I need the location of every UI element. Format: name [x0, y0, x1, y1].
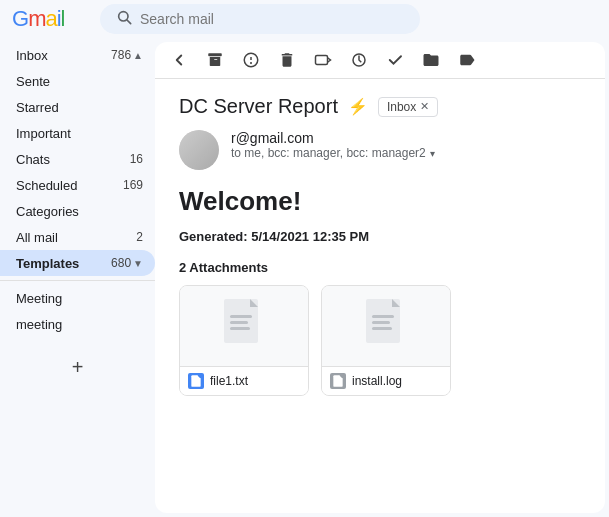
sender-row: r@gmail.com to me, bcc: manager, bcc: ma…: [179, 130, 581, 170]
attachments-title: 2 Attachments: [179, 260, 581, 275]
attachment-footer-2: install.log: [322, 366, 450, 395]
svg-point-4: [251, 63, 252, 64]
attachment-install[interactable]: install.log: [321, 285, 451, 396]
sender-name: r@gmail.com: [231, 130, 435, 146]
svg-rect-14: [372, 327, 392, 330]
snooze-button[interactable]: [347, 48, 371, 72]
attachment-name-2: install.log: [352, 374, 402, 388]
sidebar-item-templates[interactable]: Templates 680 ▼: [0, 250, 155, 276]
attachments-grid: file1.txt: [179, 285, 581, 396]
sidebar-item-inbox[interactable]: Inbox 786 ▲: [0, 42, 155, 68]
lightning-icon: ⚡: [348, 97, 368, 116]
svg-rect-12: [372, 315, 394, 318]
scroll-down-icon: ▼: [133, 258, 143, 269]
email-view: DC Server Report ⚡ Inbox ✕ r@gmail.com t…: [155, 42, 605, 513]
sidebar-item-important[interactable]: Important: [0, 120, 155, 146]
sidebar-item-categories[interactable]: Categories: [0, 198, 155, 224]
attachments-section: 2 Attachments: [179, 260, 581, 396]
welcome-heading: Welcome!: [179, 186, 581, 217]
sidebar-item-sent[interactable]: Sente: [0, 68, 155, 94]
search-input[interactable]: [140, 11, 404, 27]
inbox-badge[interactable]: Inbox ✕: [378, 97, 438, 117]
sidebar-item-starred[interactable]: Starred: [0, 94, 155, 120]
svg-rect-5: [316, 56, 328, 65]
svg-rect-8: [230, 315, 252, 318]
sender-to: to me, bcc: manager, bcc: manager2 ▾: [231, 146, 435, 160]
search-bar[interactable]: [100, 4, 420, 34]
label-button[interactable]: [311, 48, 335, 72]
sidebar-item-meeting2[interactable]: meeting: [0, 311, 155, 337]
expand-recipients-button[interactable]: ▾: [430, 148, 435, 159]
svg-rect-10: [230, 327, 250, 330]
sidebar-item-chats[interactable]: Chats 16: [0, 146, 155, 172]
avatar: [179, 130, 219, 170]
search-icon: [116, 9, 132, 29]
sidebar-item-meeting1[interactable]: Meeting: [0, 285, 155, 311]
move-button[interactable]: [419, 48, 443, 72]
generated-line: Generated: 5/14/2021 12:35 PM: [179, 229, 581, 244]
top-header: Gmail: [0, 0, 609, 38]
sidebar: Inbox 786 ▲ Sente Starred Important Chat…: [0, 38, 155, 517]
svg-line-1: [127, 20, 131, 24]
svg-rect-9: [230, 321, 248, 324]
remove-label-button[interactable]: ✕: [420, 100, 429, 113]
scroll-up-icon: ▲: [133, 50, 143, 61]
email-toolbar: [155, 42, 605, 79]
attachment-name-1: file1.txt: [210, 374, 248, 388]
email-content: DC Server Report ⚡ Inbox ✕ r@gmail.com t…: [155, 79, 605, 513]
gmail-logo: Gmail: [12, 6, 92, 32]
txt-file-icon: [188, 373, 204, 389]
archive-button[interactable]: [203, 48, 227, 72]
tag-button[interactable]: [455, 48, 479, 72]
log-file-icon: [330, 373, 346, 389]
sidebar-item-scheduled[interactable]: Scheduled 169: [0, 172, 155, 198]
email-body: Welcome! Generated: 5/14/2021 12:35 PM: [179, 186, 581, 244]
sender-info: r@gmail.com to me, bcc: manager, bcc: ma…: [231, 130, 435, 160]
attachment-file1[interactable]: file1.txt: [179, 285, 309, 396]
delete-button[interactable]: [275, 48, 299, 72]
attachment-footer-1: file1.txt: [180, 366, 308, 395]
attachment-preview-2: [322, 286, 450, 366]
sidebar-divider: [0, 280, 155, 281]
back-button[interactable]: [167, 48, 191, 72]
main-body: Inbox 786 ▲ Sente Starred Important Chat…: [0, 38, 609, 517]
add-label-button[interactable]: +: [60, 349, 96, 385]
svg-rect-13: [372, 321, 390, 324]
spam-button[interactable]: [239, 48, 263, 72]
email-subject: DC Server Report: [179, 95, 338, 118]
attachment-preview-1: [180, 286, 308, 366]
sidebar-item-all[interactable]: All mail 2: [0, 224, 155, 250]
mark-done-button[interactable]: [383, 48, 407, 72]
email-subject-row: DC Server Report ⚡ Inbox ✕: [179, 95, 581, 118]
